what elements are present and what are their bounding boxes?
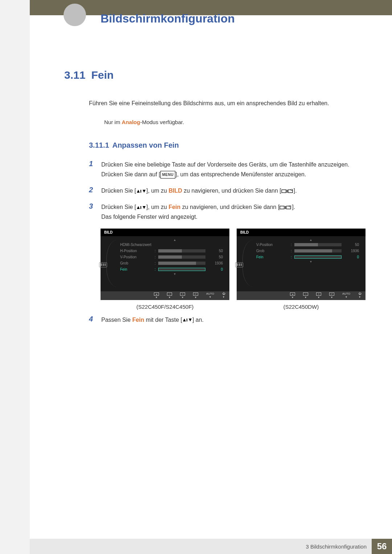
step-4-mid: mit der Taste [ xyxy=(144,317,182,323)
osd-item: Grob:1936 xyxy=(101,260,229,266)
osd-item-label: V-Position xyxy=(120,255,155,259)
section-title: Fein xyxy=(91,69,114,81)
step-2-mid1: ], um zu xyxy=(146,188,168,194)
step-2: 2 Drücken Sie [], um zu BILD zu navigier… xyxy=(89,186,366,196)
step-3-pre: Drücken Sie [ xyxy=(101,204,136,210)
osd-item-colon: : xyxy=(155,261,158,265)
osd-footer-plus-icon: +▾ xyxy=(180,292,185,299)
osd-item: V-Position:50 xyxy=(101,254,229,260)
osd-item-bar xyxy=(158,268,205,271)
osd-item-colon: : xyxy=(291,255,294,259)
svg-marker-9 xyxy=(143,206,146,209)
osd-item-colon: : xyxy=(291,249,294,253)
osd-item: HDMI-Schwarzwert xyxy=(101,242,229,248)
step-3-post: ]. xyxy=(292,204,295,210)
note-post: -Modus verfügbar. xyxy=(140,119,184,125)
osd-item-bar xyxy=(158,255,205,259)
menu-key-icon: MENU xyxy=(160,171,175,178)
step-3-tail: Das folgende Fenster wird angezeigt. xyxy=(101,214,197,220)
osd-item: V-Position:50 xyxy=(237,242,366,248)
subsection-heading: 3.11.1 Anpassen von Fein xyxy=(89,141,366,149)
osd-body: ▲ HDMI-SchwarzwertH-Position:50V-Positio… xyxy=(101,236,229,290)
step-1-line1: Drücken Sie eine beliebige Taste auf der… xyxy=(101,161,349,168)
osd-caption-left: (S22C450F/S24C450F) xyxy=(101,304,229,310)
note-highlight: Analog xyxy=(122,119,140,125)
step-2-mid2: zu navigieren, und drücken Sie dann [ xyxy=(182,188,281,194)
osd-footer-minus-icon: −▾ xyxy=(303,292,308,299)
osd-item-colon: : xyxy=(155,249,158,253)
osd-item-label: Fein xyxy=(120,267,155,271)
svg-rect-4 xyxy=(287,190,287,193)
svg-marker-16 xyxy=(189,319,192,321)
step-2-post: ]. xyxy=(294,188,297,194)
step-body: Drücken Sie eine beliebige Taste auf der… xyxy=(101,160,366,179)
step-4-post: ] an. xyxy=(192,317,204,323)
osd-item-label: Grob xyxy=(120,261,155,265)
note-line: Nur im Analog-Modus verfügbar. xyxy=(104,119,366,125)
osd-monitor-icon xyxy=(235,262,243,267)
osd-nav-down-icon: ▼ xyxy=(101,272,229,276)
svg-rect-3 xyxy=(282,190,286,193)
subsection-title: Anpassen von Fein xyxy=(112,141,179,149)
step-2-pre: Drücken Sie [ xyxy=(101,188,136,194)
left-margin xyxy=(0,0,30,554)
osd-panel-left: BILD ▲ HDMI-SchwarzwertH-Position:50V-Po… xyxy=(101,229,229,300)
osd-title: BILD xyxy=(101,229,229,236)
step-number: 1 xyxy=(89,160,101,179)
osd-nav-down-icon: ▼ xyxy=(237,260,366,263)
osd-footer: ◂▾ −▾ +▾ ↵▾ AUTO▾ ⏻▾ xyxy=(101,291,229,300)
osd-footer-auto-label: AUTO xyxy=(342,292,350,295)
footer-bar: 3 Bildschirmkonfiguration 56 xyxy=(30,539,392,554)
osd-title: BILD xyxy=(237,229,366,236)
osd-item-colon: : xyxy=(155,255,158,259)
osd-item: Grob:1936 xyxy=(237,248,366,254)
step-3: 3 Drücken Sie [], um zu Fein zu navigier… xyxy=(89,202,366,222)
step-body: Drücken Sie [], um zu BILD zu navigieren… xyxy=(101,186,366,196)
section-number: 3.11 xyxy=(64,69,90,81)
svg-rect-13 xyxy=(289,205,291,207)
osd-item-bar xyxy=(294,243,342,246)
step-4-pre: Passen Sie xyxy=(101,317,132,323)
osd-footer-auto: AUTO▾ xyxy=(342,292,350,299)
osd-item-colon: : xyxy=(291,243,294,247)
enter-source-icon xyxy=(279,204,292,210)
osd-item-value: 50 xyxy=(344,243,359,247)
osd-item-label: Grob xyxy=(256,249,291,253)
osd-footer-plus-icon: +▾ xyxy=(316,292,321,299)
osd-item-value: 1936 xyxy=(208,261,223,265)
svg-rect-1 xyxy=(140,190,141,193)
chapter-number-circle xyxy=(64,4,86,26)
osd-footer-back-icon: ◂▾ xyxy=(290,292,295,299)
up-down-arrows-icon xyxy=(136,188,146,194)
osd-monitor-icon xyxy=(99,262,107,267)
step-body: Drücken Sie [], um zu Fein zu navigieren… xyxy=(101,202,366,222)
note-pre: Nur im xyxy=(104,119,122,125)
osd-screenshots-row: BILD ▲ HDMI-SchwarzwertH-Position:50V-Po… xyxy=(101,229,366,300)
osd-item-label: Fein xyxy=(256,255,291,259)
osd-item-value: 1936 xyxy=(344,249,359,253)
step-number: 2 xyxy=(89,186,101,196)
osd-item-bar xyxy=(158,262,205,265)
step-number: 3 xyxy=(89,202,101,222)
svg-rect-6 xyxy=(291,189,293,190)
step-4-bold: Fein xyxy=(132,317,144,323)
osd-nav-up-icon: ▲ xyxy=(237,238,366,242)
osd-item-label: H-Position xyxy=(120,249,155,253)
osd-footer-minus-icon: −▾ xyxy=(167,292,172,299)
osd-body: ▲ V-Position:50Grob:1936Fein:0 ▼ xyxy=(237,236,366,290)
osd-caption-right: (S22C450DW) xyxy=(237,304,366,310)
steps-list: 1 Drücken Sie eine beliebige Taste auf d… xyxy=(89,160,366,222)
step-3-bold: Fein xyxy=(168,204,180,210)
osd-footer-enter-icon: ↵▾ xyxy=(329,292,334,299)
step-body: Passen Sie Fein mit der Taste [] an. xyxy=(101,315,366,325)
svg-marker-14 xyxy=(183,319,186,321)
svg-rect-10 xyxy=(280,206,284,209)
svg-rect-15 xyxy=(187,319,187,321)
osd-item-value: 0 xyxy=(208,267,223,271)
osd-item-bar xyxy=(158,249,205,253)
step-1-line2b: ], um das entsprechende Menüfenster anzu… xyxy=(175,171,306,177)
step-3-mid2: zu navigieren, und drücken Sie dann [ xyxy=(180,204,279,210)
step-2-bold: BILD xyxy=(168,188,182,194)
osd-item: Fein:0 xyxy=(237,254,366,260)
step-1: 1 Drücken Sie eine beliebige Taste auf d… xyxy=(89,160,366,179)
